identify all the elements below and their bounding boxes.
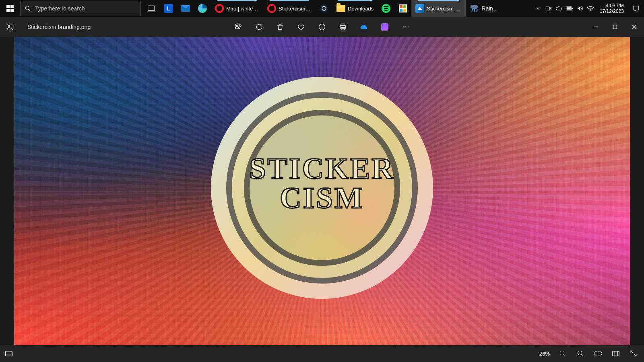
window-controls [586,17,644,37]
photos-bottom-bar: 26% [0,345,644,362]
logo-medallion: STICKER CISM [205,71,439,304]
task-view-icon [147,4,155,12]
filmstrip-icon [5,350,13,357]
actual-size-button[interactable] [608,346,624,361]
minimize-button[interactable] [586,17,605,37]
task-view-button[interactable] [142,0,160,17]
tray-meet-now[interactable] [543,0,554,17]
zoom-in-icon [577,350,584,357]
back-to-gallery-button[interactable] [0,17,20,37]
taskbar-app-l[interactable]: L [160,0,177,17]
battery-icon [566,6,573,11]
gallery-icon [6,23,14,31]
rain-icon [470,4,479,13]
tray-volume[interactable] [575,0,585,17]
edit-image-button[interactable] [230,19,246,35]
fullscreen-icon [630,350,637,357]
close-icon [632,25,637,29]
svg-point-12 [8,25,10,27]
svg-point-22 [405,27,407,28]
edit-image-icon [234,23,242,31]
maximize-button[interactable] [605,17,625,37]
rotate-icon [255,23,263,31]
taskbar-label: Downloads [348,6,374,12]
filmstrip-toggle-button[interactable] [0,345,18,362]
svg-point-23 [408,27,409,28]
zoom-out-button[interactable] [555,346,571,361]
svg-point-0 [25,6,29,10]
taskbar-app-opera-miro[interactable]: Miro | whiteb... [211,0,263,17]
close-button[interactable] [625,17,644,37]
svg-line-41 [631,351,633,353]
displayed-image: STICKER CISM [14,37,630,345]
folder-icon [336,5,345,12]
svg-rect-37 [595,351,602,356]
zoom-in-button[interactable] [572,346,588,361]
l-app-icon: L [164,4,173,13]
steam-icon [320,4,328,13]
fullscreen-button[interactable] [625,346,642,361]
tray-wifi[interactable] [585,0,596,17]
svg-rect-8 [567,7,572,10]
fit-to-window-button[interactable] [590,346,606,361]
cloud-icon [556,5,562,12]
delete-button[interactable] [272,19,288,35]
ellipsis-icon [402,23,410,31]
info-icon [318,23,326,31]
search-icon [25,5,31,12]
tray-battery[interactable] [564,0,575,17]
taskbar-label: Stickercism b... [427,6,462,12]
taskbar-app-mail[interactable] [177,0,194,17]
photos-toolbar [230,19,414,35]
svg-line-34 [581,354,583,356]
print-button[interactable] [335,19,351,35]
tray-overflow-button[interactable] [533,0,543,17]
svg-rect-2 [148,6,155,10]
taskbar-clock[interactable]: 4:03 PM 17/12/2023 [596,3,628,14]
rotate-button[interactable] [251,19,267,35]
edge-icon [198,4,207,13]
taskbar-app-photos[interactable]: Stickercism b... [411,0,466,17]
image-viewport[interactable]: STICKER CISM [0,37,644,345]
svg-rect-20 [341,28,345,30]
svg-point-10 [590,10,591,11]
onedrive-icon [359,24,368,30]
volume-icon [577,5,583,12]
zoom-out-icon [559,350,566,357]
taskbar-app-edge[interactable] [194,0,211,17]
tray-onedrive[interactable] [554,0,564,17]
action-center-button[interactable] [628,0,644,17]
svg-rect-4 [546,7,549,10]
clipchamp-button[interactable] [377,19,393,35]
taskbar-label: Stickercism b... [279,6,312,12]
onedrive-button[interactable] [356,19,372,35]
svg-point-17 [322,25,322,26]
taskbar-weather-widget[interactable]: Rain... [466,4,502,13]
minimize-icon [593,25,598,29]
windows-logo-icon [6,5,14,12]
mail-icon [181,5,190,12]
taskbar-app-explorer-downloads[interactable]: Downloads [332,0,378,17]
more-options-button[interactable] [398,19,414,35]
svg-marker-9 [578,6,580,11]
search-placeholder-text: Type here to search [35,5,85,12]
taskbar-app-spotify[interactable] [378,0,394,17]
taskbar-app-store[interactable] [394,0,411,17]
start-button[interactable] [0,0,20,17]
opera-icon [267,4,276,13]
logo-text-line1: STICKER [249,155,394,183]
info-button[interactable] [314,19,330,35]
meet-now-icon [545,5,552,12]
actual-size-icon [612,350,620,357]
spotify-icon [382,4,390,13]
clock-date: 17/12/2023 [600,8,624,14]
svg-line-42 [634,354,636,356]
svg-rect-28 [6,351,12,356]
taskbar-search-input[interactable]: Type here to search [20,1,141,16]
favorite-button[interactable] [293,19,309,35]
svg-line-1 [29,9,30,10]
svg-line-31 [564,354,565,356]
zoom-percentage: 26% [539,351,550,357]
taskbar-app-steam[interactable] [316,0,332,17]
taskbar-app-opera-stickercism[interactable]: Stickercism b... [263,0,316,17]
